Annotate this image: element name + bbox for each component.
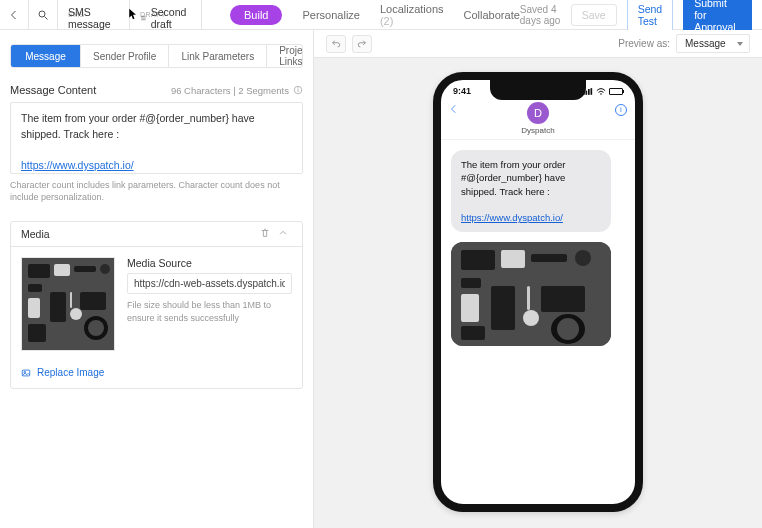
phone-status-icons [583,88,623,95]
sender-name: Dyspatch [521,126,554,135]
main-area: Message Sender Profile Link Parameters P… [0,30,762,528]
undo-icon [331,39,341,49]
nav-collaborate[interactable]: Collaborate [464,9,520,21]
media-thumbnail[interactable] [21,257,115,351]
media-meta: Media Source File size should be less th… [127,257,292,351]
svg-rect-13 [588,89,590,95]
search-icon [37,9,49,21]
message-body-input[interactable]: The item from your order #@{order_number… [10,102,303,174]
chevron-left-icon [8,9,20,21]
svg-point-0 [39,11,45,17]
phone-notch [490,80,586,100]
tab-sender-profile[interactable]: Sender Profile [81,45,169,67]
message-content-header: Message Content 96 Characters | 2 Segmen… [10,84,303,96]
media-header: Media [11,222,302,247]
flatlay-image [451,242,611,346]
cursor-icon [128,8,138,22]
top-nav: Build Personalize Localizations (2) Coll… [230,0,520,29]
wifi-icon [596,88,606,95]
top-bar: SMS SMS message DRAFT Second draft Build… [0,0,762,30]
phone-thread-header: D Dyspatch i [441,98,635,140]
chevron-left-icon [449,102,459,116]
phone-back-button[interactable] [449,102,459,118]
tab-message[interactable]: Message [11,45,81,67]
preview-panel: Preview as: Message 9:41 [313,30,762,528]
delete-media-button[interactable] [256,228,274,240]
svg-rect-14 [591,88,593,95]
send-test-button[interactable]: Send Test [627,0,674,32]
character-counter: 96 Characters | 2 Segments [171,85,303,96]
message-body-text: The item from your order #@{order_number… [21,112,255,140]
avatar: D [527,102,549,124]
svg-point-7 [298,88,299,89]
preview-as-label: Preview as: [618,38,670,49]
preview-as-select[interactable]: Message [676,34,750,53]
bubble-link[interactable]: https://www.dyspatch.io/ [461,212,563,223]
tab-link-parameters[interactable]: Link Parameters [169,45,267,67]
save-button[interactable]: Save [571,4,617,26]
media-body: Media Source File size should be less th… [11,247,302,361]
phone-body: The item from your order #@{order_number… [441,140,635,356]
battery-icon [609,88,623,95]
phone-info-button[interactable]: i [615,104,627,116]
sms-title-block[interactable]: SMS SMS message [58,0,130,29]
draft-title-block[interactable]: DRAFT Second draft [130,0,202,29]
redo-icon [357,39,367,49]
nav-build[interactable]: Build [230,5,282,25]
counter-hint: Character count includes link parameters… [10,180,303,203]
message-content-title: Message Content [10,84,96,96]
image-icon [21,368,31,378]
svg-line-1 [45,16,48,19]
mms-image [451,242,611,346]
nav-personalize[interactable]: Personalize [302,9,359,21]
collapse-media-button[interactable] [274,228,292,240]
search-button[interactable] [29,0,58,29]
media-source-input[interactable] [127,273,292,294]
chevron-up-icon [278,228,288,238]
media-source-label: Media Source [127,257,292,269]
preview-canvas: 9:41 D Dyspatch i [314,58,762,528]
tab-project-links[interactable]: Project Links [267,45,303,67]
saved-status: Saved 4 days ago [520,4,561,26]
media-hint: File size should be less than 1MB to ens… [127,299,292,324]
list-icon [140,14,147,22]
phone-time: 9:41 [453,86,471,96]
phone-frame: 9:41 D Dyspatch i [433,72,643,512]
media-panel: Media [10,221,303,389]
editor-tabs: Message Sender Profile Link Parameters P… [10,44,303,68]
info-icon[interactable] [293,85,303,95]
nav-localizations[interactable]: Localizations (2) [380,3,444,27]
undo-button[interactable] [326,35,346,53]
svg-point-15 [600,93,602,95]
flatlay-image [22,258,114,350]
top-actions: Saved 4 days ago Save Send Test Submit f… [520,0,762,29]
trash-icon [260,228,270,238]
editor-panel: Message Sender Profile Link Parameters P… [0,30,313,528]
bubble-text: The item from your order #@{order_number… [461,159,566,197]
back-button[interactable] [0,0,29,29]
sms-bubble: The item from your order #@{order_number… [451,150,611,232]
svg-rect-12 [586,90,588,94]
replace-image-button[interactable]: Replace Image [11,361,302,388]
redo-button[interactable] [352,35,372,53]
preview-toolbar: Preview as: Message [314,30,762,58]
media-title: Media [21,228,50,240]
message-body-link[interactable]: https://www.dyspatch.io/ [21,159,134,171]
